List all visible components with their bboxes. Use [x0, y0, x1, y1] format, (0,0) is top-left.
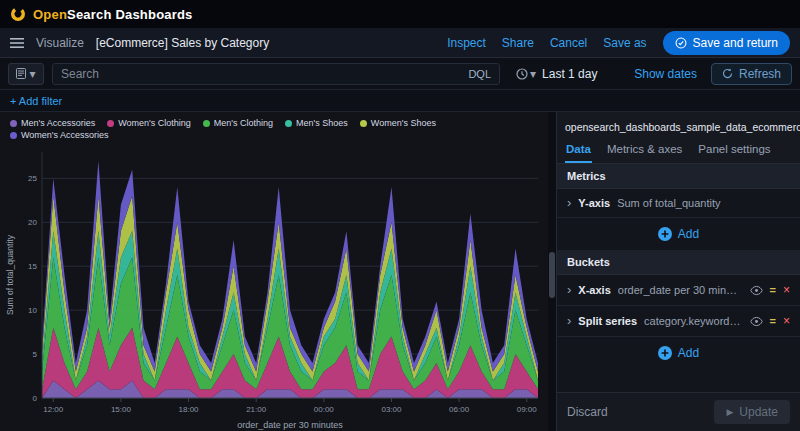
tab-metrics-axes[interactable]: Metrics & axes: [606, 139, 683, 163]
legend-item[interactable]: Men's Shoes: [285, 118, 348, 128]
inspect-link[interactable]: Inspect: [447, 36, 486, 50]
chevron-right-icon: ›: [567, 198, 571, 208]
check-circle-icon: [675, 37, 687, 49]
visualization-area: Men's AccessoriesWomen's ClothingMen's C…: [0, 112, 548, 431]
clock-icon: [516, 68, 528, 80]
x-tick-label: 18:00: [179, 405, 200, 414]
legend-label: Men's Shoes: [296, 118, 348, 128]
chevron-right-icon: ›: [567, 285, 571, 295]
vertical-scrollbar[interactable]: [548, 112, 556, 431]
play-icon: ▶: [726, 407, 733, 417]
hamburger-menu-icon[interactable]: [10, 37, 24, 49]
bucket-row-x-axis[interactable]: › X-axis order_date per 30 minutes = ×: [557, 275, 800, 306]
legend-item[interactable]: Women's Accessories: [10, 130, 109, 140]
x-tick-label: 06:00: [449, 405, 470, 414]
saved-query-menu-button[interactable]: ▾: [8, 63, 44, 85]
legend-swatch: [360, 120, 367, 127]
metric-row-y-axis[interactable]: › Y-axis Sum of total_quantity: [557, 189, 800, 218]
query-bar: ▾ DQL ▾ Last 1 day Show dates Refresh: [0, 58, 800, 90]
vis-editor-sidebar: opensearch_dashboards_sample_data_ecomme…: [556, 112, 800, 431]
plus-circle-icon: [658, 346, 672, 360]
x-tick-label: 15:00: [111, 405, 132, 414]
editor-footer: Discard ▶ Update: [557, 392, 800, 431]
time-picker-group: ▾ Last 1 day: [508, 67, 597, 81]
y-tick-label: 25: [28, 174, 37, 183]
time-range-value[interactable]: Last 1 day: [542, 67, 597, 81]
eye-icon[interactable]: [750, 316, 763, 327]
chevron-down-icon: ▾: [29, 67, 35, 81]
refresh-button[interactable]: Refresh: [711, 63, 792, 85]
scrollbar-thumb[interactable]: [549, 252, 555, 298]
remove-bucket-icon[interactable]: ×: [783, 283, 790, 297]
add-bucket-button[interactable]: Add: [557, 337, 800, 369]
search-input[interactable]: [61, 67, 462, 81]
y-tick-label: 20: [28, 218, 37, 227]
legend-swatch: [107, 120, 114, 127]
tab-data[interactable]: Data: [565, 139, 592, 163]
eye-icon[interactable]: [750, 285, 763, 296]
y-axis-title: Sum of total_quantity: [5, 234, 15, 315]
nav-bar: Visualize [eCommerce] Sales by Category …: [0, 28, 800, 58]
discard-button[interactable]: Discard: [567, 405, 608, 419]
opensearch-logo-icon: [10, 6, 26, 22]
tab-panel-settings[interactable]: Panel settings: [697, 139, 771, 163]
legend-item[interactable]: Men's Clothing: [203, 118, 273, 128]
legend-item[interactable]: Women's Shoes: [360, 118, 436, 128]
stacked-area-chart[interactable]: 051015202512:0015:0018:0021:0000:0003:00…: [4, 144, 544, 431]
show-dates-link[interactable]: Show dates: [634, 67, 697, 81]
update-button[interactable]: ▶ Update: [714, 400, 790, 424]
save-and-return-button[interactable]: Save and return: [663, 31, 790, 55]
saved-query-icon: [16, 68, 26, 79]
y-tick-label: 0: [33, 394, 38, 403]
legend-swatch: [10, 132, 17, 139]
query-language-button[interactable]: DQL: [468, 68, 491, 80]
remove-bucket-icon[interactable]: ×: [783, 314, 790, 328]
y-tick-label: 10: [28, 306, 37, 315]
legend-item[interactable]: Women's Clothing: [107, 118, 191, 128]
metrics-section-header: Metrics: [557, 164, 800, 189]
legend-label: Women's Shoes: [371, 118, 436, 128]
legend-swatch: [10, 120, 17, 127]
plus-circle-icon: [658, 227, 672, 241]
filter-bar: + Add filter: [0, 90, 800, 112]
chevron-down-icon: ▾: [530, 67, 536, 81]
chart-legend: Men's AccessoriesWomen's ClothingMen's C…: [4, 116, 548, 144]
search-field-wrapper: DQL: [52, 63, 500, 85]
cancel-link[interactable]: Cancel: [550, 36, 587, 50]
x-tick-label: 12:00: [43, 405, 64, 414]
main-content: Men's AccessoriesWomen's ClothingMen's C…: [0, 112, 800, 431]
buckets-section-header: Buckets: [557, 250, 800, 275]
breadcrumb-visualize[interactable]: Visualize: [36, 36, 84, 50]
legend-label: Men's Clothing: [214, 118, 273, 128]
editor-body: Metrics › Y-axis Sum of total_quantity A…: [557, 164, 800, 392]
y-tick-label: 5: [33, 350, 38, 359]
drag-handle-icon[interactable]: =: [770, 315, 776, 327]
bucket-row-split-series[interactable]: › Split series category.keyword: Descend…: [557, 306, 800, 337]
app-logo-text: OpenSearch Dashboards: [33, 7, 193, 22]
legend-item[interactable]: Men's Accessories: [10, 118, 95, 128]
breadcrumb-page-title: [eCommerce] Sales by Category: [96, 36, 269, 50]
y-tick-label: 15: [28, 262, 37, 271]
quick-select-time-button[interactable]: ▾: [516, 67, 536, 81]
top-brand-bar: OpenSearch Dashboards: [0, 0, 800, 28]
x-tick-label: 03:00: [381, 405, 402, 414]
x-tick-label: 00:00: [314, 405, 335, 414]
x-axis-title: order_date per 30 minutes: [237, 420, 343, 430]
x-tick-label: 21:00: [246, 405, 267, 414]
save-as-link[interactable]: Save as: [603, 36, 646, 50]
x-tick-label: 09:00: [517, 405, 538, 414]
legend-swatch: [203, 120, 210, 127]
share-link[interactable]: Share: [502, 36, 534, 50]
legend-label: Women's Accessories: [21, 130, 109, 140]
drag-handle-icon[interactable]: =: [770, 284, 776, 296]
legend-label: Men's Accessories: [21, 118, 95, 128]
legend-swatch: [285, 120, 292, 127]
add-metric-button[interactable]: Add: [557, 218, 800, 250]
chevron-right-icon: ›: [567, 316, 571, 326]
legend-label: Women's Clothing: [118, 118, 191, 128]
index-pattern-title: opensearch_dashboards_sample_data_ecomme…: [565, 121, 800, 133]
add-filter-button[interactable]: + Add filter: [10, 95, 62, 107]
refresh-icon: [722, 68, 733, 79]
editor-tabs: Data Metrics & axes Panel settings: [557, 139, 800, 164]
